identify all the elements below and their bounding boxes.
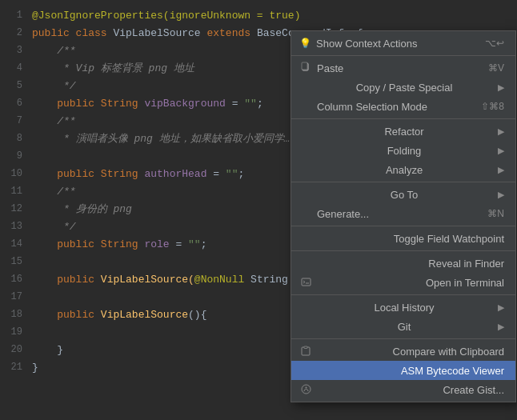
- svg-rect-1: [302, 62, 307, 70]
- menu-item-toggle-field-watchpoint[interactable]: Toggle Field Watchpoint: [291, 229, 515, 248]
- menu-shortcut: ⌘V: [488, 62, 504, 74]
- menu-separator: [291, 226, 515, 226]
- menu-label: Generate...: [317, 208, 369, 220]
- paste-icon: [299, 62, 312, 74]
- menu-item-paste[interactable]: Paste ⌘V: [291, 58, 515, 78]
- menu-shortcut: ⌥↩: [485, 38, 504, 49]
- menu-label: Refactor: [384, 126, 423, 138]
- menu-label: Show Context Actions: [316, 38, 417, 50]
- menu-label: Copy / Paste Special: [356, 82, 453, 94]
- menu-item-folding[interactable]: Folding ▶: [291, 141, 515, 160]
- menu-item-open-in-terminal[interactable]: Open in Terminal: [291, 273, 515, 292]
- menu-separator: [291, 294, 515, 295]
- menu-separator: [291, 250, 515, 251]
- submenu-arrow-icon: ▶: [498, 190, 504, 200]
- menu-item-create-gist[interactable]: Create Gist...: [291, 380, 515, 399]
- menu-shortcut: ⇧⌘8: [481, 101, 504, 112]
- terminal-icon: [299, 278, 312, 288]
- submenu-arrow-icon: ▶: [498, 126, 504, 137]
- menu-item-local-history[interactable]: Local History ▶: [291, 298, 515, 317]
- menu-label: Analyze: [386, 164, 423, 176]
- submenu-arrow-icon: ▶: [498, 322, 504, 332]
- menu-item-compare-with-clipboard[interactable]: Compare with Clipboard: [291, 342, 515, 361]
- menu-item-git[interactable]: Git ▶: [291, 317, 515, 336]
- menu-separator: [291, 338, 515, 339]
- lightbulb-icon: 💡: [299, 38, 311, 49]
- menu-item-reveal-in-finder[interactable]: Reveal in Finder: [291, 254, 515, 273]
- menu-item-analyze[interactable]: Analyze ▶: [291, 160, 515, 179]
- menu-label: Column Selection Mode: [317, 101, 427, 113]
- github-icon: [299, 384, 312, 396]
- menu-item-show-context-actions[interactable]: 💡 Show Context Actions ⌥↩: [291, 34, 515, 53]
- submenu-arrow-icon: ▶: [498, 82, 504, 93]
- menu-label: Open in Terminal: [426, 277, 504, 289]
- svg-rect-5: [304, 346, 307, 349]
- menu-item-column-selection-mode[interactable]: Column Selection Mode ⇧⌘8: [291, 97, 515, 116]
- menu-label: Toggle Field Watchpoint: [394, 233, 504, 245]
- menu-label: Git: [398, 321, 411, 333]
- context-menu: 💡 Show Context Actions ⌥↩ Paste ⌘V Copy …: [291, 30, 516, 402]
- menu-item-go-to[interactable]: Go To ▶: [291, 185, 515, 204]
- menu-label: ASM Bytecode Viewer: [401, 365, 504, 377]
- clipboard-icon: [299, 346, 312, 358]
- svg-rect-2: [302, 278, 311, 286]
- menu-separator: [291, 55, 515, 56]
- submenu-arrow-icon: ▶: [498, 146, 504, 156]
- submenu-arrow-icon: ▶: [498, 302, 504, 313]
- code-line: 1 @JsonIgnoreProperties(ignoreUnknown = …: [0, 6, 517, 24]
- svg-point-7: [305, 386, 307, 388]
- menu-label: Go To: [391, 189, 418, 201]
- menu-item-copy-paste-special[interactable]: Copy / Paste Special ▶: [291, 78, 515, 97]
- menu-separator: [291, 118, 515, 119]
- menu-item-generate[interactable]: Generate... ⌘N: [291, 204, 515, 223]
- menu-label: Local History: [374, 302, 434, 314]
- menu-label: Create Gist...: [443, 384, 504, 396]
- menu-label: Compare with Clipboard: [393, 346, 504, 358]
- menu-separator: [291, 182, 515, 182]
- menu-label: Folding: [387, 145, 422, 157]
- menu-label: Reveal in Finder: [428, 258, 504, 270]
- menu-shortcut: ⌘N: [487, 208, 504, 219]
- menu-item-refactor[interactable]: Refactor ▶: [291, 122, 515, 141]
- menu-label: Paste: [317, 62, 343, 74]
- submenu-arrow-icon: ▶: [498, 165, 504, 175]
- menu-item-asm-bytecode-viewer[interactable]: ASM Bytecode Viewer: [291, 361, 515, 380]
